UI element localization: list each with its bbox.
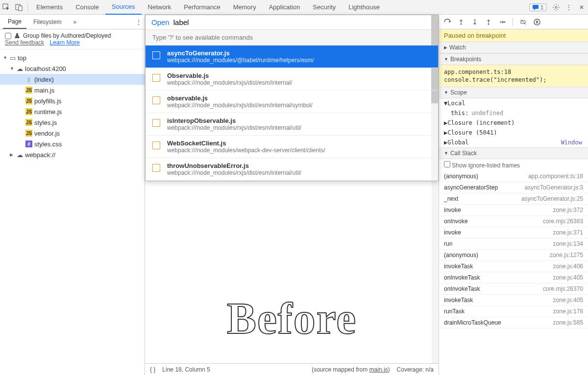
callstack-fn: _next xyxy=(444,195,458,202)
scope-this: this:undefined xyxy=(439,108,588,118)
scope-global[interactable]: ▶GlobalWindow xyxy=(439,138,588,147)
callstack-row[interactable]: invokeTaskzone.js:406 xyxy=(439,261,588,272)
svg-point-7 xyxy=(488,23,490,24)
callstack-row[interactable]: asyncGeneratorStepasyncToGenerator.js:3 xyxy=(439,182,588,193)
callstack-fn: (anonymous) xyxy=(444,252,478,258)
open-result[interactable]: asyncToGenerator.jswebpack:///node_modul… xyxy=(146,46,438,68)
callstack-row[interactable]: onInvokeTaskcore.mjs:26370 xyxy=(439,283,588,295)
editor-area[interactable]: 252627 }} Before Open Type '?' to see av… xyxy=(145,15,439,363)
callstack-row[interactable]: (anonymous)zone.js:1275 xyxy=(439,250,588,261)
tree-top[interactable]: ▼▭top xyxy=(0,52,145,63)
tree-file[interactable]: JSvendor.js xyxy=(0,128,145,139)
open-results: asyncToGenerator.jswebpack:///node_modul… xyxy=(146,46,438,181)
pause-exceptions-icon[interactable] xyxy=(532,17,542,27)
open-result[interactable]: isInteropObservable.jswebpack:///node_mo… xyxy=(146,113,438,136)
scope-header[interactable]: ▼Scope xyxy=(439,87,588,98)
callstack-row[interactable]: drainMicroTaskQueuezone.js:585 xyxy=(439,317,588,328)
tab-lighthouse[interactable]: Lighthouse xyxy=(342,0,386,14)
issues-badge[interactable]: 1 xyxy=(529,3,547,11)
open-hint: Type '?' to see available commands xyxy=(146,29,438,46)
callstack-row[interactable]: invokezone.js:372 xyxy=(439,205,588,216)
step-into-icon[interactable] xyxy=(469,17,480,27)
tree-file[interactable]: JSstyles.js xyxy=(0,117,145,128)
scope-closure-2[interactable]: ▶Closure (5041) xyxy=(439,128,588,138)
step-icon[interactable] xyxy=(497,17,508,27)
breakpoint-item[interactable]: app.component.ts:18 console.trace("incre… xyxy=(439,65,588,87)
svg-rect-2 xyxy=(19,6,22,11)
callstack-row[interactable]: runzone.js:134 xyxy=(439,238,588,250)
callstack-row[interactable]: (anonymous)app.component.ts:18 xyxy=(439,171,588,182)
svg-rect-11 xyxy=(538,21,539,23)
settings-icon[interactable] xyxy=(550,1,563,14)
group-files-checkbox[interactable]: Group files by Authored/Deployed xyxy=(5,32,140,39)
tree-file[interactable]: JSpolyfills.js xyxy=(0,95,145,106)
callstack-fn: onInvokeTask xyxy=(444,285,480,292)
send-feedback-link[interactable]: Send feedback xyxy=(5,39,44,46)
tree-file[interactable]: JSruntime.js xyxy=(0,106,145,117)
callstack-loc: zone.js:1275 xyxy=(550,252,583,258)
tab-sources[interactable]: Sources xyxy=(105,0,142,15)
tab-memory[interactable]: Memory xyxy=(227,0,263,14)
tree-host[interactable]: ▼☁localhost:4200 xyxy=(0,63,145,74)
device-toggle-icon[interactable] xyxy=(13,1,25,14)
tab-network[interactable]: Network xyxy=(142,0,178,14)
scope-list: ▼Local this:undefined ▶Closure (incremen… xyxy=(439,98,588,147)
open-result[interactable]: throwUnobservableError.jswebpack:///node… xyxy=(146,158,438,181)
deactivate-bp-icon[interactable] xyxy=(518,17,529,27)
open-result[interactable]: Observable.jswebpack:///node_modules/rxj… xyxy=(146,68,438,91)
learn-more-link[interactable]: Learn More xyxy=(49,39,79,46)
tab-performance[interactable]: Performance xyxy=(177,0,226,14)
watch-header[interactable]: ▶Watch xyxy=(439,42,588,53)
scope-local[interactable]: ▼Local xyxy=(439,98,588,108)
scope-closure-1[interactable]: ▶Closure (increment) xyxy=(439,118,588,128)
inspect-icon[interactable] xyxy=(0,1,13,14)
callstack-row[interactable]: _nextasyncToGenerator.js:25 xyxy=(439,193,588,205)
svg-point-8 xyxy=(504,21,506,23)
overlay-label: Before xyxy=(227,293,357,344)
subtab-filesystem[interactable]: Filesystem xyxy=(28,16,66,28)
step-out-icon[interactable] xyxy=(483,17,494,27)
breakpoints-header[interactable]: ▼Breakpoints xyxy=(439,53,588,65)
open-result[interactable]: observable.jswebpack:///node_modules/rxj… xyxy=(146,91,438,113)
tab-application[interactable]: Application xyxy=(263,0,307,14)
open-label: Open xyxy=(151,18,170,26)
resume-icon[interactable] xyxy=(442,17,453,27)
callstack-header[interactable]: ▼Call Stack xyxy=(439,147,588,159)
flask-icon xyxy=(14,33,20,39)
svg-point-9 xyxy=(534,19,540,25)
callstack-row[interactable]: invokeTaskzone.js:405 xyxy=(439,295,588,306)
more-icon[interactable]: ⋮ xyxy=(563,1,575,14)
callstack-fn: drainMicroTaskQueue xyxy=(444,319,501,326)
callstack-row[interactable]: invokezone.js:371 xyxy=(439,227,588,238)
tab-security[interactable]: Security xyxy=(306,0,342,14)
source-map-info: (source mapped from main.js) xyxy=(312,366,390,373)
callstack-row[interactable]: onInvokeTaskzone.js:405 xyxy=(439,272,588,283)
tree-file[interactable]: #styles.css xyxy=(0,139,145,149)
tab-console[interactable]: Console xyxy=(69,0,105,14)
more-tabs[interactable]: » xyxy=(68,16,81,28)
subtab-page[interactable]: Page xyxy=(3,15,26,29)
callstack-row[interactable]: runTaskzone.js:178 xyxy=(439,306,588,317)
callstack-loc: asyncToGenerator.js:25 xyxy=(521,195,583,202)
group-files-input[interactable] xyxy=(5,33,11,39)
navigator-more-icon[interactable]: ⋮ xyxy=(136,19,142,25)
callstack-fn: invokeTask xyxy=(444,263,473,270)
paused-banner: Paused on breakpoint xyxy=(439,29,588,42)
ignore-frames-toggle[interactable]: Show ignore-listed frames xyxy=(439,159,588,171)
close-icon[interactable]: ✕ xyxy=(575,1,588,14)
tree-file[interactable]: JSmain.js xyxy=(0,85,145,95)
result-filename: Observable.js xyxy=(167,72,432,79)
tab-elements[interactable]: Elements xyxy=(30,0,69,14)
callstack-row[interactable]: onInvokecore.mjs:26383 xyxy=(439,216,588,227)
open-search-input[interactable] xyxy=(173,18,432,26)
step-over-icon[interactable] xyxy=(456,17,466,27)
tree-file[interactable]: ▯(index) xyxy=(0,74,145,85)
result-path: webpack:///node_modules/rxjs/dist/esm/in… xyxy=(167,169,432,176)
tree-webpack[interactable]: ▶☁webpack:// xyxy=(0,149,145,160)
pretty-print-icon[interactable]: { } xyxy=(150,366,155,373)
editor-status-bar: { } Line 18, Column 5 (source mapped fro… xyxy=(145,363,439,375)
file-label: styles.js xyxy=(34,119,57,126)
source-file-link[interactable]: main.js xyxy=(369,366,388,373)
callstack-loc: core.mjs:26370 xyxy=(543,285,583,292)
open-result[interactable]: WebSocketClient.jswebpack:///node_module… xyxy=(146,136,438,158)
